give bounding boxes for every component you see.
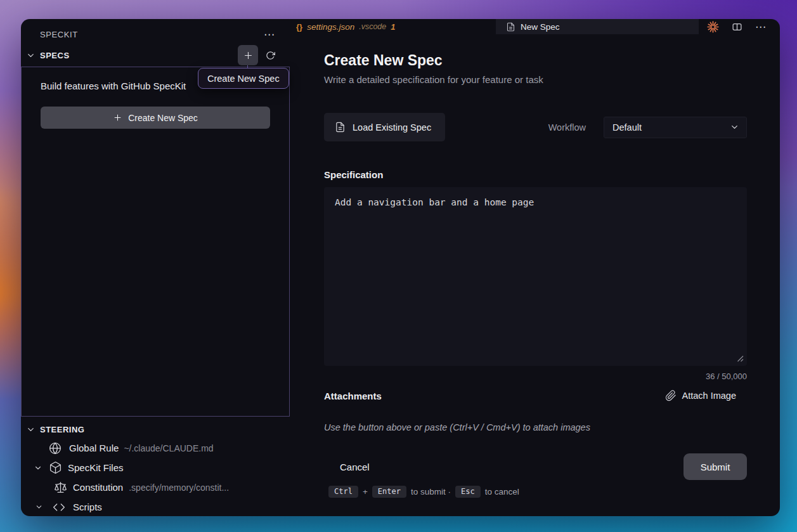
- tree-item-label: Constitution: [73, 482, 123, 493]
- tree-item-constitution[interactable]: Constitution .specify/memory/constit...: [21, 477, 294, 497]
- tree-item-label: SpecKit Files: [68, 462, 124, 473]
- globe-icon: [49, 442, 62, 455]
- sidebar: SPECKIT ⋯ SPECS Build features with GitH…: [21, 19, 294, 516]
- keyboard-shortcuts: Ctrl + Enter to submit · Esc to cancel: [324, 486, 747, 498]
- tree-item-scripts[interactable]: Scripts: [21, 497, 294, 516]
- kbd-ctrl: Ctrl: [328, 486, 358, 498]
- load-workflow-row: Load Existing Spec Workflow Default: [324, 113, 747, 141]
- refresh-icon: [266, 51, 275, 60]
- chevron-down-icon: [26, 51, 36, 60]
- page-title: Create New Spec: [324, 51, 747, 70]
- tree-item-label: Scripts: [73, 502, 102, 512]
- workflow-select[interactable]: Default: [604, 117, 747, 138]
- specs-section-header[interactable]: SPECS: [21, 42, 294, 67]
- create-new-spec-button-label: Create New Spec: [128, 113, 198, 123]
- tree-item-label: Global Rule: [69, 443, 119, 453]
- editor-area: {} settings.json .vscode 1 New Spec: [294, 19, 780, 516]
- attach-image-button[interactable]: Attach Image: [665, 390, 736, 401]
- form-footer: Cancel Submit: [324, 453, 747, 480]
- refresh-icon-button[interactable]: [261, 46, 280, 65]
- create-new-spec-button[interactable]: Create New Spec: [41, 107, 270, 129]
- kbd-enter: Enter: [372, 486, 406, 498]
- sidebar-header: SPECKIT ⋯: [21, 19, 294, 42]
- tree-item-speckit-files[interactable]: SpecKit Files: [21, 458, 294, 477]
- split-editor-icon[interactable]: [732, 22, 742, 32]
- create-new-spec-tooltip: Create New Spec: [198, 68, 289, 89]
- tree-item-global-rule[interactable]: Global Rule ~/.claude/CLAUDE.md: [21, 438, 294, 458]
- sidebar-more-icon[interactable]: ⋯: [264, 29, 276, 40]
- attachments-row: Attachments Attach Image: [324, 388, 747, 403]
- resize-grip[interactable]: [737, 355, 744, 362]
- tab-label: settings.json: [307, 22, 354, 32]
- specs-section-label: SPECS: [40, 51, 70, 60]
- specs-tree-view: Build features with GitHub SpecKit Creat…: [21, 67, 290, 417]
- attachments-label: Attachments: [324, 391, 382, 401]
- create-spec-icon-button[interactable]: [238, 45, 258, 65]
- code-icon: [53, 501, 65, 514]
- tree-item-detail: .specify/memory/constit...: [129, 483, 229, 493]
- tab-label: New Spec: [521, 22, 560, 32]
- specification-area: Add a navigation bar and a home page: [324, 187, 747, 366]
- claude-starburst-icon[interactable]: [707, 21, 719, 33]
- speckit-window: SPECKIT ⋯ SPECS Build features with GitH…: [21, 19, 780, 516]
- kbd-plus: +: [363, 487, 368, 496]
- tab-bar: {} settings.json .vscode 1 New Spec: [294, 19, 780, 34]
- workflow-selected-value: Default: [612, 122, 642, 133]
- submit-button[interactable]: Submit: [684, 453, 747, 480]
- steering-section-label: STEERING: [40, 425, 84, 434]
- tab-problem-badge: 1: [391, 22, 395, 32]
- kbd-submit-text: to submit ·: [411, 487, 451, 496]
- editor-more-icon[interactable]: ⋯: [755, 22, 767, 32]
- file-icon: [506, 22, 515, 32]
- json-braces-icon: {}: [296, 22, 302, 32]
- workflow-group: Workflow Default: [548, 117, 747, 138]
- kbd-esc: Esc: [455, 486, 481, 498]
- specification-label: Specification: [324, 168, 747, 181]
- file-icon: [335, 122, 346, 133]
- load-existing-spec-button[interactable]: Load Existing Spec: [324, 113, 445, 141]
- panel-title: SPECKIT: [40, 30, 78, 39]
- chevron-down-icon: [730, 122, 739, 132]
- tree-item-detail: ~/.claude/CLAUDE.md: [124, 443, 213, 453]
- paperclip-icon: [665, 390, 677, 401]
- package-icon: [49, 461, 62, 474]
- page-subtitle: Write a detailed specification for your …: [324, 73, 747, 86]
- workflow-label: Workflow: [548, 122, 586, 133]
- plus-icon: [243, 50, 254, 61]
- tab-settings-json[interactable]: {} settings.json .vscode 1: [294, 19, 403, 34]
- scales-icon: [54, 481, 67, 494]
- steering-section-header[interactable]: STEERING: [21, 421, 294, 438]
- chevron-down-icon: [26, 425, 36, 434]
- attach-image-label: Attach Image: [682, 391, 736, 401]
- attachments-hint: Use the button above or paste (Ctrl+V / …: [324, 421, 747, 434]
- tab-directory: .vscode: [359, 22, 386, 31]
- create-spec-form: Create New Spec Write a detailed specifi…: [294, 34, 780, 498]
- chevron-down-icon: [34, 464, 42, 472]
- character-count: 36 / 50,000: [324, 371, 747, 382]
- tab-new-spec[interactable]: New Spec: [496, 19, 699, 34]
- tab-actions: ⋯: [707, 19, 767, 34]
- kbd-cancel-text: to cancel: [485, 487, 519, 496]
- cancel-button[interactable]: Cancel: [332, 457, 377, 477]
- specification-textarea[interactable]: Add a navigation bar and a home page: [324, 187, 747, 366]
- chevron-down-icon: [35, 503, 43, 511]
- plus-icon: [113, 113, 122, 122]
- load-existing-spec-label: Load Existing Spec: [353, 122, 431, 133]
